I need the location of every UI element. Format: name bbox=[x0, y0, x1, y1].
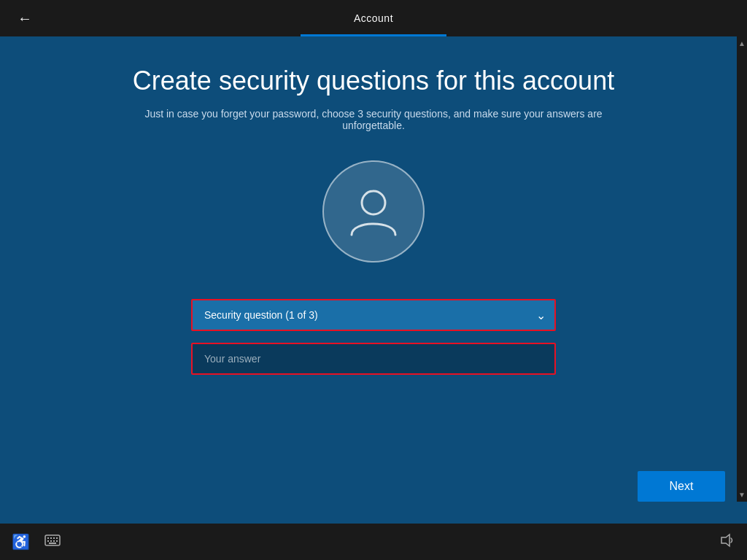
svg-marker-11 bbox=[721, 534, 729, 546]
svg-rect-7 bbox=[50, 540, 52, 542]
security-question-dropdown[interactable]: Security question (1 of 3) What was your… bbox=[193, 300, 554, 330]
user-avatar bbox=[322, 160, 425, 262]
back-button[interactable]: ← bbox=[12, 5, 38, 31]
bottom-left-icons: ♿ bbox=[12, 533, 61, 551]
svg-rect-3 bbox=[50, 537, 52, 539]
svg-rect-4 bbox=[53, 537, 55, 539]
next-button-area: Next bbox=[638, 471, 725, 502]
svg-rect-10 bbox=[49, 542, 56, 544]
top-bar: ← Account bbox=[0, 0, 747, 36]
accessibility-icon[interactable]: ♿ bbox=[12, 533, 30, 551]
svg-rect-6 bbox=[47, 540, 49, 542]
svg-point-0 bbox=[362, 191, 385, 214]
answer-input-wrapper bbox=[191, 343, 556, 375]
page-title: Create security questions for this accou… bbox=[133, 66, 614, 96]
keyboard-icon[interactable] bbox=[44, 533, 61, 551]
main-content: Create security questions for this accou… bbox=[0, 36, 747, 524]
bottom-bar: ♿ bbox=[0, 524, 747, 560]
svg-rect-2 bbox=[47, 537, 49, 539]
person-icon bbox=[344, 182, 403, 241]
svg-rect-8 bbox=[53, 540, 55, 542]
security-question-dropdown-wrapper: Security question (1 of 3) What was your… bbox=[191, 299, 556, 331]
page-subtitle: Just in case you forget your password, c… bbox=[118, 108, 629, 131]
next-button[interactable]: Next bbox=[638, 471, 725, 502]
volume-icon[interactable] bbox=[719, 532, 735, 552]
answer-input[interactable] bbox=[193, 344, 554, 373]
svg-rect-5 bbox=[56, 537, 58, 539]
top-bar-title: Account bbox=[354, 12, 393, 24]
form-area: Security question (1 of 3) What was your… bbox=[191, 299, 556, 375]
svg-rect-9 bbox=[56, 540, 58, 542]
